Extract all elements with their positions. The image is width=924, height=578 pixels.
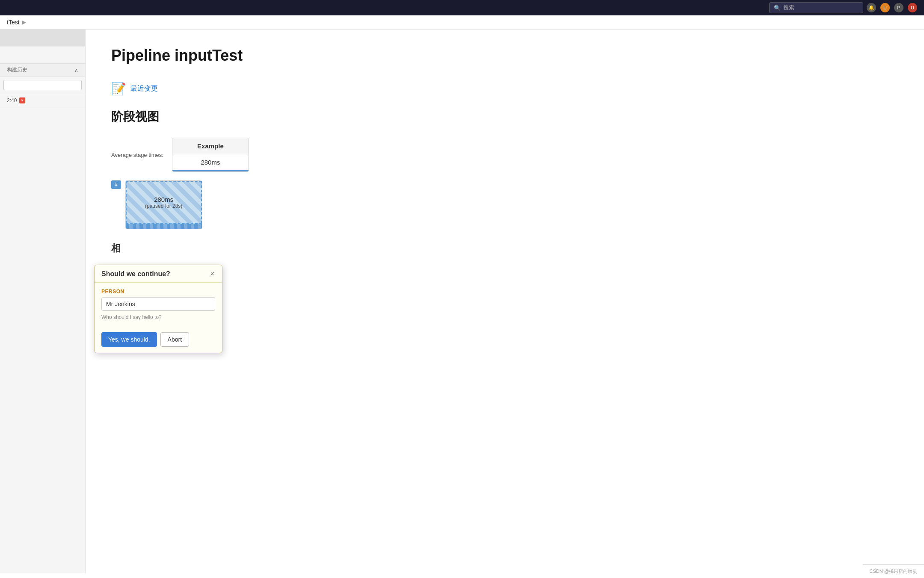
stage-run-paused: (paused for 28s) xyxy=(145,203,182,209)
recent-changes-link[interactable]: 最近变更 xyxy=(130,84,158,93)
recent-changes: 📝 最近变更 xyxy=(111,82,898,96)
search-icon: 🔍 xyxy=(774,5,781,11)
stage-run-box-container: 280ms (paused for 28s) xyxy=(125,180,202,229)
breadcrumb-item[interactable]: tTest xyxy=(7,19,20,26)
user-icon-red[interactable]: U xyxy=(908,3,917,12)
sidebar: 构建历史 ∧ 2:40 ✕ xyxy=(0,29,86,573)
search-placeholder: 搜索 xyxy=(783,4,794,12)
search-bar[interactable]: 🔍 搜索 xyxy=(769,2,863,13)
build-search-input[interactable] xyxy=(3,80,82,90)
top-bar-icons: 🔔 U P U xyxy=(867,3,917,12)
stage-view: Average stage times: Example 280ms # 280… xyxy=(111,138,898,229)
stage-avg-time: 280ms xyxy=(172,154,249,171)
avg-label: Average stage times: xyxy=(111,152,163,158)
dialog-actions: Yes, we should. Abort xyxy=(95,332,222,353)
build-row: # 280ms (paused for 28s) xyxy=(111,180,898,229)
related-section-partial: 相 xyxy=(111,242,898,255)
build-number-badge[interactable]: # xyxy=(111,180,121,189)
main-content: Pipeline inputTest 📝 最近变更 阶段视图 Average s… xyxy=(86,29,924,573)
dialog-body: PERSON Who should I say hello to? xyxy=(95,283,222,332)
page-title: Pipeline inputTest xyxy=(111,47,898,65)
dialog-close-button[interactable]: × xyxy=(210,271,215,277)
dialog-overlay: Should we continue? × PERSON Who should … xyxy=(94,265,222,353)
footer: CSDN @橘果店的幽灵 xyxy=(863,564,924,573)
stage-box: Example 280ms xyxy=(172,138,249,172)
build-time: 2:40 xyxy=(7,97,17,103)
notebook-icon: 📝 xyxy=(111,82,126,96)
dialog-field-label: PERSON xyxy=(101,289,215,295)
stage-progress-bar xyxy=(126,224,202,229)
yes-button[interactable]: Yes, we should. xyxy=(101,332,157,347)
stage-run-time: 280ms xyxy=(154,196,173,203)
collapse-icon: ∧ xyxy=(74,67,78,73)
sidebar-item-pipeline[interactable] xyxy=(0,29,85,47)
build-history-label: 构建历史 xyxy=(7,66,27,74)
user-icon-orange[interactable]: U xyxy=(880,3,890,12)
profile-icon[interactable]: P xyxy=(894,3,903,12)
dialog-title: Should we continue? xyxy=(101,270,170,278)
build-history-search-container xyxy=(0,77,85,94)
dialog-hint: Who should I say hello to? xyxy=(101,314,215,320)
abort-button[interactable]: Abort xyxy=(160,332,189,347)
stage-section-title: 阶段视图 xyxy=(111,109,898,125)
layout: 构建历史 ∧ 2:40 ✕ Pipeline inputTest 📝 最近变更 … xyxy=(0,29,924,573)
bell-icon[interactable]: 🔔 xyxy=(867,3,876,12)
stage-name: Example xyxy=(172,138,249,154)
top-bar: 🔍 搜索 🔔 U P U xyxy=(0,0,924,15)
build-item[interactable]: 2:40 ✕ xyxy=(0,94,85,107)
dialog-header: Should we continue? × xyxy=(95,265,222,283)
breadcrumb: tTest ▶ xyxy=(0,15,924,29)
stage-run-box[interactable]: 280ms (paused for 28s) xyxy=(126,181,202,224)
footer-text: CSDN @橘果店的幽灵 xyxy=(870,569,917,573)
avg-row: Average stage times: Example 280ms xyxy=(111,138,898,172)
dialog: Should we continue? × PERSON Who should … xyxy=(94,265,222,353)
dialog-person-input[interactable] xyxy=(101,297,215,311)
breadcrumb-arrow: ▶ xyxy=(22,19,26,25)
build-status-icon: ✕ xyxy=(19,97,25,103)
build-history-section[interactable]: 构建历史 ∧ xyxy=(0,64,85,77)
